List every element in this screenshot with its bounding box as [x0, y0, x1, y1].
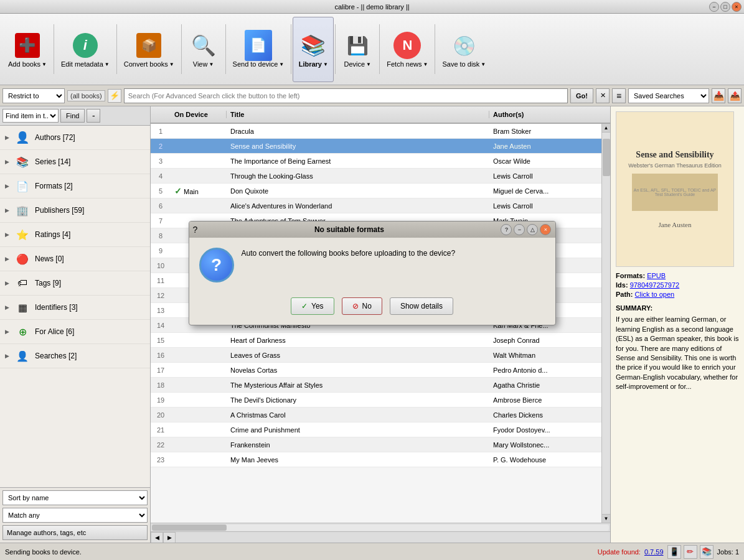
scroll-track[interactable] [602, 133, 610, 514]
table-row[interactable]: 21 Crime and Punishment Fyodor Dostoyev.… [151, 422, 601, 437]
search-options-button[interactable]: ≡ [612, 88, 626, 103]
toolbar-add-books[interactable]: ➕ Add books ▼ [2, 17, 52, 82]
sort-combo[interactable]: Sort by name [2, 490, 148, 505]
series-icon: 📚 [14, 153, 31, 170]
table-row[interactable]: 19 The Devil's Dictionary Ambrose Bierce [151, 393, 601, 408]
status-icon-3[interactable]: 📚 [700, 545, 713, 559]
dialog-maximize-button[interactable]: △ [527, 224, 538, 235]
table-row[interactable]: 4 Through the Looking-Glass Lewis Carrol… [151, 169, 601, 184]
sidebar-item-news[interactable]: ▶ 🔴 News [0] [0, 247, 150, 271]
dialog-no-button[interactable]: ⊘ No [342, 297, 382, 315]
device-label: Device [344, 60, 365, 68]
col-device-header[interactable]: On Device [171, 111, 227, 118]
ids-value[interactable]: 9780497257972 [630, 281, 680, 289]
cell-num: 5 [151, 187, 171, 195]
library-label-row: Library ▼ [299, 60, 328, 68]
maximize-button[interactable]: □ [720, 2, 730, 12]
table-row[interactable]: 6 Alice's Adventures in Wonderland Lewis… [151, 198, 601, 213]
toolbar-edit-metadata[interactable]: i Edit metadata ▼ [55, 17, 115, 82]
clear-search-button[interactable]: ✕ [596, 88, 610, 103]
horizontal-scrollbar[interactable] [151, 523, 610, 531]
cell-num: 21 [151, 426, 171, 434]
cell-num: 17 [151, 366, 171, 374]
sidebar-item-series[interactable]: ▶ 📚 Series [14] [0, 150, 150, 174]
toolbar-convert-books[interactable]: 📦 Convert books ▼ [118, 17, 180, 82]
sidebar-item-searches[interactable]: ▶ 👤 Searches [2] [0, 344, 150, 368]
cell-title: Frankenstein [227, 441, 489, 449]
close-button[interactable]: × [732, 2, 742, 12]
save-search-button[interactable]: 📥 [712, 88, 725, 103]
formats-value[interactable]: EPUB [647, 272, 666, 279]
cell-num: 22 [151, 441, 171, 449]
manage-button[interactable]: Manage authors, tags, etc [2, 525, 148, 540]
sidebar-item-formats[interactable]: ▶ 📄 Formats [2] [0, 174, 150, 198]
toolbar-device[interactable]: 💾 Device ▼ [337, 17, 378, 82]
col-author-header[interactable]: Author(s) [489, 111, 601, 118]
identifiers-label: Identifiers [3] [35, 303, 78, 312]
go-button[interactable]: Go! [570, 88, 593, 103]
status-icon-1[interactable]: 📱 [667, 545, 681, 559]
add-books-label-row: Add books ▼ [8, 60, 47, 68]
table-row[interactable]: 22 Frankenstein Mary Wollstonec... [151, 437, 601, 452]
table-row[interactable]: 18 The Mysterious Affair at Styles Agath… [151, 378, 601, 393]
table-row[interactable]: 3 The Importance of Being Earnest Oscar … [151, 154, 601, 169]
search-input[interactable] [124, 88, 568, 103]
dialog-show-details-button[interactable]: Show details [390, 297, 453, 315]
update-version[interactable]: 0.7.59 [644, 548, 664, 556]
table-row[interactable]: 23 My Man Jeeves P. G. Wodehouse [151, 452, 601, 467]
device-icon: 💾 [342, 30, 372, 60]
scroll-up-button[interactable]: ▲ [602, 124, 610, 133]
table-row[interactable]: 15 Heart of Darkness Joseph Conrad [151, 333, 601, 348]
dialog-close-button[interactable]: × [540, 224, 551, 235]
hscroll-thumb[interactable] [152, 525, 227, 531]
status-icon-2[interactable]: ✏ [684, 545, 697, 559]
nav-right-button[interactable]: ▶ [163, 532, 176, 543]
sidebar-item-for-alice[interactable]: ▶ ⊕ For Alice [6] [0, 320, 150, 344]
collapse-button[interactable]: - [87, 109, 100, 123]
toolbar-save-to-disk[interactable]: 💿 Save to disk ▼ [436, 17, 491, 82]
sidebar-item-authors[interactable]: ▶ 👤 Authors [72] [0, 126, 150, 150]
dialog-minimize-button[interactable]: − [514, 224, 525, 235]
path-value[interactable]: Click to open [635, 291, 675, 298]
book-cover-decoration-text: An ESL, AFL, SFL, TOEFL, TOEIC and AP Te… [632, 188, 718, 197]
toolbar-send-to-device[interactable]: 📄 Send to device ▼ [227, 17, 290, 82]
cell-title: Leaves of Grass [227, 352, 489, 359]
restrict-combo[interactable]: Restrict to [2, 88, 65, 103]
saved-searches-combo[interactable]: Saved Searches [628, 88, 709, 103]
library-icon: 📚 [298, 30, 328, 60]
formats-label: Formats: [616, 272, 645, 279]
ids-label: Ids: [616, 281, 628, 289]
identifiers-arrow-icon: ▶ [5, 304, 11, 310]
toolbar-view[interactable]: 🔍 View ▼ [183, 17, 224, 82]
sidebar-item-tags[interactable]: ▶ 🏷 Tags [9] [0, 271, 150, 296]
vertical-scrollbar[interactable]: ▲ ▼ [601, 124, 610, 523]
scroll-down-button[interactable]: ▼ [602, 514, 610, 523]
toolbar-fetch-news[interactable]: N Fetch news ▼ [381, 17, 433, 82]
edit-metadata-icon: i [70, 30, 100, 60]
table-row[interactable]: 1 Dracula Bram Stoker [151, 124, 601, 139]
table-row[interactable]: 2 Sense and Sensibility Jane Austen [151, 139, 601, 154]
sidebar-item-ratings[interactable]: ▶ ⭐ Ratings [4] [0, 223, 150, 247]
table-row[interactable]: 17 Novelas Cortas Pedro Antonio d... [151, 363, 601, 378]
nav-left-button[interactable]: ◀ [151, 532, 163, 543]
find-button[interactable]: Find [60, 109, 85, 123]
cell-author: P. G. Wodehouse [489, 456, 601, 464]
load-search-button[interactable]: 📤 [728, 88, 742, 103]
dialog-yes-button[interactable]: ✓ Yes [291, 297, 334, 315]
table-row[interactable]: 20 A Christmas Carol Charles Dickens [151, 408, 601, 422]
table-row[interactable]: 16 Leaves of Grass Walt Whitman [151, 348, 601, 363]
toolbar-library[interactable]: 📚 Library ▼ [293, 17, 334, 82]
fetch-news-icon: N [392, 30, 422, 60]
find-combo[interactable]: Find item in t... [2, 109, 59, 123]
match-combo[interactable]: Match any [2, 508, 148, 523]
cell-author: Lewis Carroll [489, 202, 601, 210]
col-title-header[interactable]: Title [227, 111, 489, 118]
table-row[interactable]: 5 ✓ Main Don Quixote Miguel de Cerva... [151, 184, 601, 198]
sidebar-item-identifiers[interactable]: ▶ ▦ Identifiers [3] [0, 296, 150, 320]
minimize-button[interactable]: − [709, 2, 719, 12]
sidebar-item-publishers[interactable]: ▶ 🏢 Publishers [59] [0, 198, 150, 223]
scroll-thumb[interactable] [603, 139, 610, 176]
dialog-help-button[interactable]: ? [501, 224, 512, 235]
advanced-search-button[interactable]: ⚡ [108, 89, 121, 103]
fetch-news-arrow: ▼ [423, 62, 428, 67]
